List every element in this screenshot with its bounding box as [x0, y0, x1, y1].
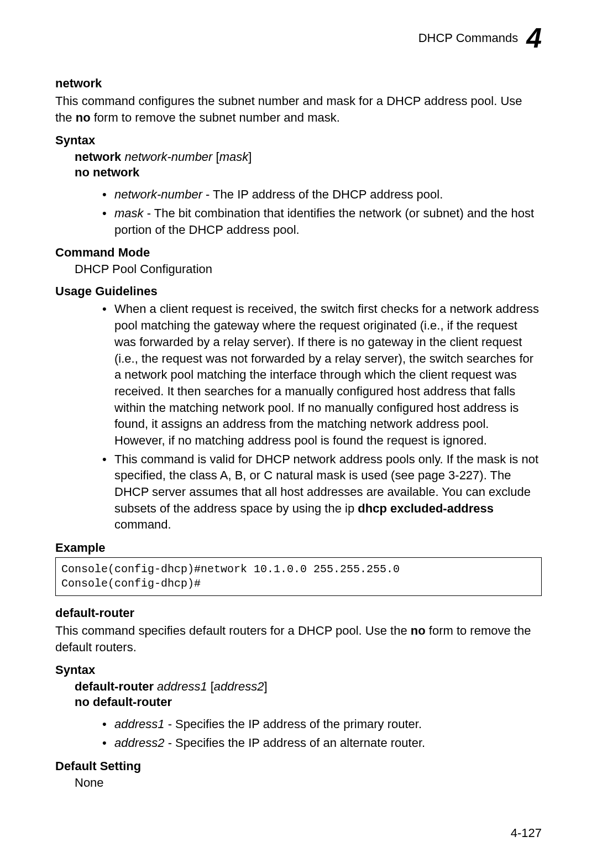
intro-text-part2: form to remove the subnet number and mas… [91, 111, 340, 124]
syntax-italic2: mask [219, 150, 249, 164]
param-desc: - Specifies the IP address of an alterna… [165, 736, 426, 750]
example-heading: Example [55, 541, 542, 555]
section-network: network This command configures the subn… [55, 76, 542, 596]
syntax-heading: Syntax [55, 663, 542, 677]
param-name: mask [114, 206, 144, 220]
command-title-network: network [55, 76, 542, 91]
command-mode-text: DHCP Pool Configuration [75, 262, 542, 276]
intro-text-bold: no [411, 624, 426, 637]
param-name: address2 [114, 736, 165, 750]
param-item: address2 - Specifies the IP address of a… [102, 735, 542, 751]
param-item: network-number - The IP address of the D… [102, 186, 542, 203]
example-code-block: Console(config-dhcp)#network 10.1.0.0 25… [55, 557, 542, 596]
syntax-bracket-close: ] [248, 150, 252, 164]
usage-heading: Usage Guidelines [55, 284, 542, 299]
command-title-default-router: default-router [55, 606, 542, 620]
default-setting-heading: Default Setting [55, 759, 542, 773]
intro-text-part1: This command specifies default routers f… [55, 624, 411, 637]
command-mode-heading: Command Mode [55, 245, 542, 260]
intro-text-bold: no [76, 111, 91, 124]
syntax-line-1: network network-number [mask] [75, 150, 542, 164]
syntax-params-list: network-number - The IP address of the D… [102, 186, 542, 238]
network-intro: This command configures the subnet numbe… [55, 93, 542, 126]
param-desc: - The IP address of the DHCP address poo… [202, 187, 443, 201]
usage-item: When a client request is received, the s… [102, 301, 542, 448]
syntax-italic1: address1 [154, 679, 207, 693]
param-desc: - Specifies the IP address of the primar… [165, 717, 422, 731]
usage-item: This command is valid for DHCP network a… [102, 451, 542, 533]
syntax-bracket-close: ] [264, 679, 267, 693]
default-setting-text: None [75, 776, 542, 790]
page-header: DHCP Commands 4 [55, 22, 542, 54]
syntax-italic1: network-number [121, 150, 212, 164]
usage-text-part2: command. [114, 517, 171, 531]
param-name: network-number [114, 187, 202, 201]
usage-text-bold: dhcp excluded-address [358, 501, 494, 515]
syntax-line-1: default-router address1 [address2] [75, 679, 542, 694]
syntax-no-line: no default-router [75, 695, 542, 709]
syntax-bracket-open: [ [212, 150, 219, 164]
page-number: 4-127 [511, 826, 542, 840]
syntax-italic2: address2 [214, 679, 264, 693]
syntax-params-list: address1 - Specifies the IP address of t… [102, 716, 542, 751]
param-desc: - The bit combination that identifies th… [114, 206, 534, 237]
syntax-heading: Syntax [55, 133, 542, 148]
param-item: mask - The bit combination that identifi… [102, 205, 542, 238]
syntax-bold: network [75, 150, 121, 164]
param-item: address1 - Specifies the IP address of t… [102, 716, 542, 733]
section-default-router: default-router This command specifies de… [55, 606, 542, 790]
header-title: DHCP Commands [418, 31, 519, 45]
usage-list: When a client request is received, the s… [102, 301, 542, 533]
syntax-no-line: no network [75, 165, 542, 180]
syntax-bracket-open: [ [207, 679, 214, 693]
syntax-bold: default-router [75, 679, 154, 693]
param-name: address1 [114, 717, 165, 731]
chapter-number-icon: 4 [526, 22, 542, 54]
default-router-intro: This command specifies default routers f… [55, 623, 542, 655]
